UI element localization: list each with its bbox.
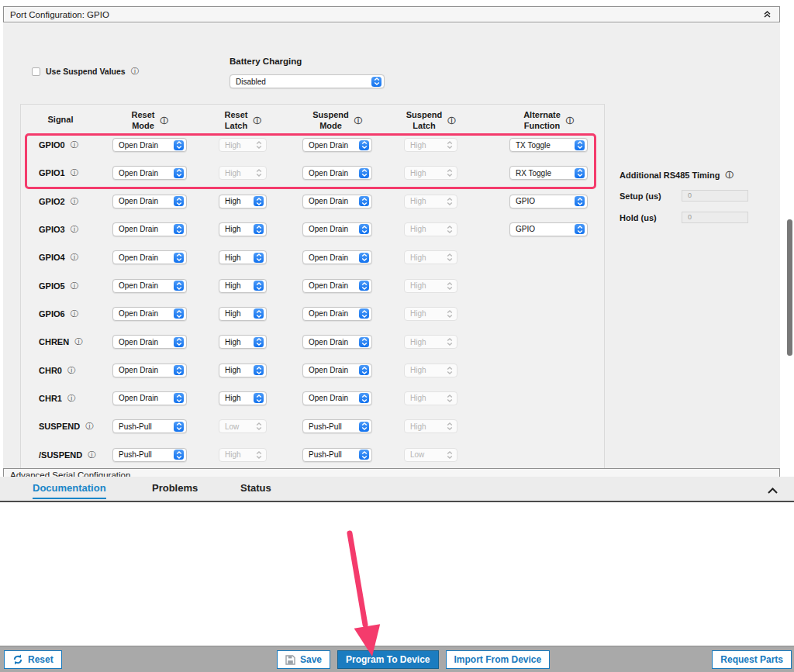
select-value: GPIO [516,225,575,233]
info-icon[interactable] [67,367,75,374]
CHR1-reset-mode-select[interactable]: Open Drain [112,391,187,405]
select-value: High [410,309,444,318]
select-stepper-icon [174,393,184,403]
CHREN-reset-latch-select[interactable]: High [219,335,267,349]
select-value: Open Drain [309,281,359,290]
GPIO6-reset-latch-select[interactable]: High [219,307,267,321]
select-value: High [410,197,444,205]
GPIO6-reset-mode-select[interactable]: Open Drain [112,307,187,321]
tab-documentation[interactable]: Documentation [33,482,106,499]
action-bar: Reset SaveProgram To DeviceImport From D… [0,646,794,672]
port-configuration-section-bar[interactable]: Port Configuration: GPIO [3,6,780,22]
select-value: High [410,422,444,431]
double-chevron-up-icon[interactable] [763,10,772,19]
info-icon[interactable] [71,310,78,318]
GPIO0-suspend-latch-select: High [404,138,457,152]
action-group-center: SaveProgram To DeviceImport From Device [277,650,550,669]
info-icon[interactable] [354,117,362,125]
GPIO3-reset-latch-select[interactable]: High [219,222,267,236]
request-parts-button[interactable]: Request Parts [712,650,792,669]
GPIO4-reset-latch-select[interactable]: High [219,250,267,264]
select-value: Open Drain [309,197,359,205]
select-stepper-icon [359,196,369,206]
GPIO1-alternate-function-select[interactable]: RX Toggle [509,166,588,180]
CHREN-suspend-mode-select[interactable]: Open Drain [302,335,372,349]
info-icon[interactable] [71,253,78,261]
vertical-scrollbar-thumb[interactable] [787,219,792,356]
info-icon[interactable] [71,282,78,290]
advanced-serial-configuration-bar[interactable]: Advanced Serial Configuration [3,468,780,477]
import-from-device-button[interactable]: Import From Device [446,650,551,669]
select-stepper-icon [575,140,585,150]
GPIO2-alternate-function-select[interactable]: GPIO [509,195,588,208]
tab-status[interactable]: Status [240,482,271,498]
select-stepper-icon [254,224,264,234]
CHREN-reset-mode-select[interactable]: Open Drain [112,335,187,349]
info-icon[interactable] [71,198,78,205]
program-to-device-button[interactable]: Program To Device [337,650,438,669]
info-icon[interactable] [566,117,574,125]
GPIO5-reset-latch-select[interactable]: High [219,279,267,293]
info-icon[interactable] [71,226,78,233]
reset-button[interactable]: Reset [4,650,62,669]
info-icon[interactable] [88,451,95,459]
info-icon[interactable] [74,338,82,346]
GPIO4-reset-mode-select[interactable]: Open Drain [112,250,187,264]
chevron-up-icon[interactable] [767,484,778,498]
CHR0-reset-mode-select[interactable]: Open Drain [112,364,187,377]
save-button[interactable]: Save [277,650,330,669]
info-icon[interactable] [160,117,167,125]
GPIO0-reset-mode-select[interactable]: Open Drain [112,138,187,152]
GPIO5-suspend-mode-select[interactable]: Open Drain [302,279,372,293]
xpress-configurator-window: Port Configuration: GPIO Use Suspend Val… [0,0,794,672]
tab-problems[interactable]: Problems [152,482,198,498]
select-value: GPIO [516,197,575,205]
SUSPEND-reset-mode-select[interactable]: Push-Pull [112,448,187,462]
GPIO2-reset-latch-select[interactable]: High [219,195,267,208]
info-icon[interactable] [131,67,139,75]
select-stepper-icon [444,253,454,263]
select-stepper-icon [359,168,369,178]
GPIO2-reset-mode-select[interactable]: Open Drain [112,195,187,208]
info-icon[interactable] [71,169,78,177]
GPIO1-suspend-mode-select[interactable]: Open Drain [302,166,372,180]
GPIO1-reset-mode-select[interactable]: Open Drain [112,166,187,180]
CHR1-suspend-mode-select[interactable]: Open Drain [302,391,372,405]
select-value: High [410,281,444,290]
info-icon[interactable] [253,117,261,125]
GPIO5-suspend-latch-select: High [404,279,457,293]
GPIO4-suspend-mode-select[interactable]: Open Drain [302,250,372,264]
info-icon[interactable] [725,171,733,179]
use-suspend-values-row: Use Suspend Values [32,67,139,76]
GPIO0-alternate-function-select[interactable]: TX Toggle [509,138,588,152]
CHR1-reset-latch-select[interactable]: High [219,391,267,405]
info-icon[interactable] [447,117,455,125]
SUSPEND-suspend-mode-select[interactable]: Push-Pull [302,419,372,433]
select-stepper-icon [575,168,585,178]
select-value: Open Drain [119,141,174,150]
use-suspend-values-checkbox[interactable] [32,67,40,76]
battery-charging-select[interactable]: Disabled [230,74,385,88]
GPIO3-alternate-function-select[interactable]: GPIO [509,222,588,236]
GPIO6-suspend-latch-select: High [404,307,457,321]
select-stepper-icon [174,450,184,460]
info-icon[interactable] [71,141,78,149]
GPIO0-suspend-mode-select[interactable]: Open Drain [302,138,372,152]
CHR0-suspend-mode-select[interactable]: Open Drain [302,364,372,377]
SUSPEND-reset-mode-select[interactable]: Push-Pull [112,419,187,433]
info-icon[interactable] [85,422,93,430]
GPIO2-suspend-mode-select[interactable]: Open Drain [302,195,372,208]
GPIO3-reset-mode-select[interactable]: Open Drain [112,222,187,236]
info-icon[interactable] [67,395,75,402]
button-label: Reset [28,654,54,665]
table-row: GPIO6 Open DrainHighOpen DrainHigh [21,307,604,335]
GPIO6-suspend-mode-select[interactable]: Open Drain [302,307,372,321]
select-stepper-icon [254,365,264,375]
CHR0-suspend-latch-select: High [404,364,457,377]
CHR0-reset-latch-select[interactable]: High [219,364,267,377]
GPIO5-reset-mode-select[interactable]: Open Drain [112,279,187,293]
SUSPEND-suspend-mode-select[interactable]: Push-Pull [302,448,372,462]
select-value: High [410,225,444,233]
GPIO3-suspend-mode-select[interactable]: Open Drain [302,222,372,236]
select-value: Push-Pull [119,422,174,431]
